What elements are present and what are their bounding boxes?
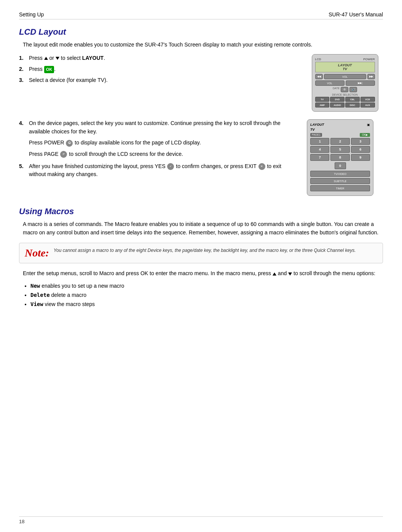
step-1-or: or	[49, 55, 54, 61]
page1-ok-row: PAGE1 OK▶	[310, 133, 370, 137]
step-4-main: On the device pages, select the key you …	[29, 119, 299, 136]
prev-btn: ◀◀	[315, 74, 323, 79]
screen2-layout: LAYOUT	[310, 123, 324, 127]
num-8: 8	[330, 154, 349, 161]
timer-btn: TIMER	[310, 185, 370, 191]
num-7: 7	[310, 154, 329, 161]
page1-btn: PAGE1	[310, 133, 322, 137]
screen-layout-text: LAYOUT	[338, 63, 352, 67]
step-1: 1. Press or to select LAYOUT.	[19, 54, 299, 62]
arrow-up-icon	[44, 57, 48, 60]
step-5: 5. After you have finished customizing t…	[19, 162, 299, 179]
step-4-content: On the device pages, select the key you …	[29, 119, 299, 159]
step-4-num: 4.	[19, 119, 26, 159]
new-code: New	[30, 283, 40, 289]
bullet-delete: Delete delete a macro	[30, 291, 383, 300]
tvvideo-btn: TV/VIDEO	[310, 171, 370, 177]
vol-left-btn: VOL	[315, 80, 345, 86]
vol-row: VOL ▶▶|	[315, 80, 375, 86]
bullet-list: New enables you to set up a new macro De…	[30, 282, 383, 309]
remote-top-image: LCD POWER LAYOUT TV ◀◀ VOL ▶▶ VOL ▶▶| DA…	[312, 54, 378, 112]
screen2-tv: TV	[310, 128, 370, 131]
cbl-btn: CBL	[345, 97, 360, 102]
bullet-new: New enables you to set up a new macro	[30, 282, 383, 291]
step-5-num: 5.	[19, 162, 26, 179]
note-text: You cannot assign a macro to any of the …	[54, 247, 356, 259]
delete-code: Delete	[30, 292, 50, 298]
aux-btn: AUX	[361, 103, 375, 107]
steps-1-3-left: 1. Press or to select LAYOUT. 2. Press O…	[19, 54, 299, 112]
lcd-label-text: LCD	[315, 58, 321, 61]
tv-btn: TV	[315, 97, 330, 102]
vol-btn: VOL	[324, 74, 366, 79]
num-5: 5	[330, 146, 349, 153]
dvd-btn: DVD	[330, 97, 345, 102]
date-row: DATE ⚙ 🔊	[315, 87, 375, 92]
num-2: 2	[330, 138, 349, 145]
footer: 18	[19, 516, 383, 524]
using-macros-title: Using Macros	[19, 207, 383, 216]
macros-intro: A macro is a series of commands. The Mac…	[23, 220, 383, 237]
steps-1-3-right: LCD POWER LAYOUT TV ◀◀ VOL ▶▶ VOL ▶▶| DA…	[307, 54, 383, 112]
power-label-text: POWER	[363, 58, 375, 61]
next-btn: ▶▶	[367, 74, 375, 79]
ok-badge: OK	[44, 66, 54, 73]
step-1-num: 1.	[19, 54, 26, 62]
remote-top-labels: LCD POWER	[315, 58, 375, 61]
note-box: Note: You cannot assign a macro to any o…	[19, 243, 383, 263]
bullet-view: View view the macro steps	[30, 300, 383, 309]
device-selection-label: DEVICE SELECTION	[315, 93, 375, 96]
footer-page-number: 18	[19, 519, 24, 524]
num-3: 3	[351, 138, 370, 145]
header-right: SUR-47 User's Manual	[329, 11, 383, 18]
steps-4-5-left: 4. On the device pages, select the key y…	[19, 119, 299, 196]
lcd-layout-intro: The layout edit mode enables you to cust…	[23, 41, 383, 49]
exit-icon: ✕	[258, 163, 265, 170]
step-1-keyword: LAYOUT	[82, 55, 104, 61]
audio-btn: AUDIO	[330, 103, 345, 107]
num-grid: 1 2 3 4 5 6 7 8 9	[310, 138, 370, 161]
num-0: 0	[335, 162, 346, 169]
num-9: 9	[351, 154, 370, 161]
header-left: Setting Up	[19, 11, 44, 18]
nav-row: ◀◀ VOL ▶▶	[315, 74, 375, 79]
arrow-down-icon-2	[288, 272, 292, 276]
step-2: 2. Press OK.	[19, 65, 299, 73]
lcd-layout-title: LCD Layout	[19, 27, 383, 37]
subtitle-btn: SUBTITLE	[310, 178, 370, 184]
step-2-text: Press OK.	[29, 65, 299, 73]
step-3: 3. Select a device (for example TV).	[19, 76, 299, 84]
step-4-page: Press PAGE P to scroll through the LCD s…	[29, 150, 299, 159]
steps-1-3-container: 1. Press or to select LAYOUT. 2. Press O…	[19, 54, 383, 112]
header: Setting Up SUR-47 User's Manual	[19, 11, 383, 19]
view-code: View	[30, 301, 43, 307]
step-1-text: Press or to select LAYOUT.	[29, 54, 299, 62]
step-5-content: After you have finished customizing the …	[29, 162, 299, 179]
disc-btn: DISC	[345, 103, 360, 107]
step-2-num: 2.	[19, 65, 26, 73]
num-6: 6	[351, 146, 370, 153]
vol-right-btn: ▶▶|	[346, 80, 375, 86]
steps-4-5-container: 4. On the device pages, select the key y…	[19, 119, 383, 196]
remote-lcd-screen-top: LAYOUT TV	[315, 62, 375, 72]
steps-4-5-right: LAYOUT ▣ TV PAGE1 OK▶ 1 2 3 4 5 6 7 8 9 …	[307, 119, 383, 196]
yes-icon: ✓	[167, 163, 174, 170]
remote-bottom-image: LAYOUT ▣ TV PAGE1 OK▶ 1 2 3 4 5 6 7 8 9 …	[307, 119, 373, 196]
screen2-icon: ▣	[367, 123, 370, 127]
page-icon: P	[60, 151, 67, 158]
screen-tv-text: TV	[343, 67, 347, 71]
num-4: 4	[310, 146, 329, 153]
step-4-power: Press POWER ⏻ to display available icons…	[29, 139, 299, 147]
arrow-up-icon-2	[273, 272, 276, 276]
note-icon: Note:	[25, 247, 49, 259]
right-btn: 🔊	[349, 87, 357, 92]
step-3-num: 3.	[19, 76, 26, 84]
using-macros-section: Using Macros A macro is a series of comm…	[19, 207, 383, 309]
center-btn: ⚙	[341, 87, 348, 92]
zero-row: 0	[310, 162, 370, 169]
arrow-down-icon	[56, 57, 59, 60]
ok2-btn: OK▶	[360, 133, 370, 137]
amp-btn: AMP	[315, 103, 330, 107]
vcr-btn: VCR	[361, 97, 375, 102]
macros-menu-text: Enter the setup menus, scroll to Macro a…	[23, 269, 383, 278]
